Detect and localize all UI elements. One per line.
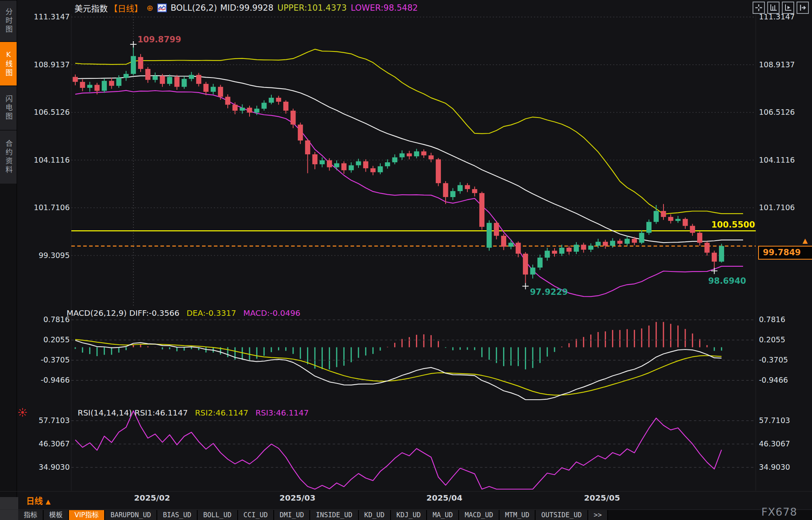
macd-dea-value: DEA:-0.3317 [187, 308, 236, 318]
bottom-left-corner-block [0, 497, 18, 520]
chart-header: 美元指数 【日线】 ⊕ BOLL(26,2) MID:99.9928 UPPER… [74, 2, 418, 13]
indicator-tab[interactable]: CCI_UD [238, 510, 274, 520]
rsi2-value: RSI2:46.1147 [195, 408, 248, 418]
sidebar-tab-3[interactable]: 闪电图 [0, 86, 17, 130]
chart-canvas[interactable] [0, 0, 812, 520]
separator-above-dates [0, 491, 812, 492]
macd-value: MACD:-0.0496 [243, 308, 300, 318]
indicator-tab[interactable]: MACD_UD [459, 510, 499, 520]
watermark: FX678 [761, 506, 797, 518]
separator-above-tabbar [0, 509, 812, 510]
macd-name-and-diff: MACD(26,12,9) DIFF:-0.3566 [67, 308, 179, 318]
chart-toolbar [753, 2, 809, 14]
price-marker-arrow-icon: ▲ [802, 237, 808, 245]
indicator-tab[interactable]: VIP指标 [69, 510, 105, 520]
rsi-name-and-rsi1: RSI(14,14,14) RSI1:46.1147 [78, 408, 188, 418]
axis-pointer-icon[interactable] [782, 2, 794, 14]
indicator-tab[interactable]: KD_UD [359, 510, 391, 520]
indicator-tab[interactable]: 指标 [18, 510, 44, 520]
boll-lower: LOWER:98.5482 [351, 3, 418, 13]
rsi-header: RSI(14,14,14) RSI1:46.1147 RSI2:46.1147 … [78, 408, 309, 418]
indicator-tab[interactable]: KDJ_UD [391, 510, 427, 520]
sidebar-tab-2[interactable]: K线图 [0, 42, 17, 85]
current-price-box: 99.7849 [758, 246, 812, 260]
indicator-tab[interactable]: BOLL_UD [198, 510, 238, 520]
indicator-tab[interactable]: >> [588, 510, 608, 520]
crosshair-icon[interactable] [753, 2, 765, 14]
axis-bars-icon[interactable] [767, 2, 780, 14]
circle-plus-icon[interactable]: ⊕ [147, 3, 153, 13]
indicator-tab[interactable]: 模板 [44, 510, 69, 520]
exit-right-icon[interactable] [797, 2, 809, 14]
indicator-tab[interactable]: INSIDE_UD [310, 510, 358, 520]
symbol-title: 美元指数 [74, 2, 108, 14]
rsi3-value: RSI3:46.1147 [255, 408, 309, 418]
chevron-up-icon: ▲ [46, 498, 50, 505]
sidebar-tab-4[interactable]: 合约资料 [0, 131, 17, 184]
boll-upper: UPPER:101.4373 [277, 3, 347, 13]
sidebar: 分时图K线图闪电图合约资料 [0, 0, 17, 520]
period-selector[interactable]: 日线 ▲ [26, 494, 51, 506]
boll-mid: MID:99.9928 [220, 3, 273, 13]
indicator-tab[interactable]: DMI_UD [274, 510, 310, 520]
macd-header: MACD(26,12,9) DIFF:-0.3566 DEA:-0.3317 M… [67, 308, 300, 318]
mini-chart-icon[interactable] [157, 4, 167, 12]
indicator-tab[interactable]: MTM_UD [499, 510, 536, 520]
indicator-tab[interactable]: BARUPDN_UD [105, 510, 157, 520]
indicator-tab[interactable]: MA_UD [427, 510, 459, 520]
boll-name: BOLL(26,2) [171, 3, 217, 13]
indicator-tab[interactable]: BIAS_UD [157, 510, 198, 520]
trading-app: 分时图K线图闪电图合约资料 美元指数 【日线】 ⊕ BOLL(26,2) MID… [0, 0, 812, 520]
sidebar-tab-1[interactable]: 分时图 [0, 1, 17, 41]
period-tag[interactable]: 【日线】 [109, 2, 143, 14]
indicator-tabbar: 指标模板VIP指标BARUPDN_UDBIAS_UDBOLL_UDCCI_UDD… [18, 510, 812, 520]
indicator-tab[interactable]: OUTSIDE_UD [536, 510, 588, 520]
